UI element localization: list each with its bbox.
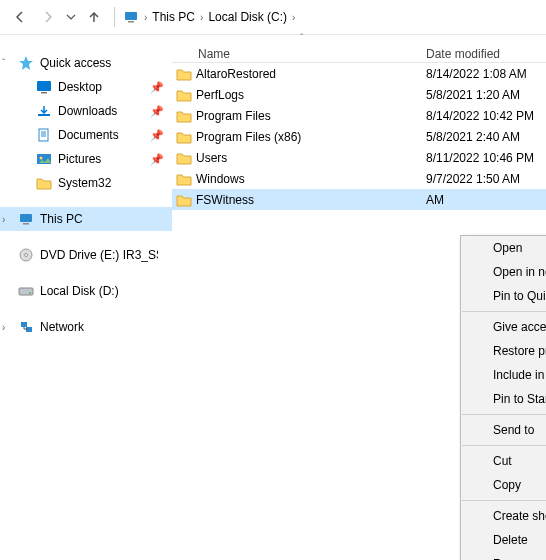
network-icon xyxy=(18,320,34,334)
address-bar: › This PC › Local Disk (C:) › xyxy=(0,0,546,34)
menu-label: Cut xyxy=(493,454,512,468)
menu-label: Send to xyxy=(493,423,534,437)
label: Local Disk (D:) xyxy=(40,284,119,298)
sidebar-dvd-drive[interactable]: DVD Drive (E:) IR3_SSS xyxy=(0,243,172,267)
chevron-icon: › xyxy=(289,12,298,23)
svg-marker-2 xyxy=(19,56,33,70)
sidebar-local-disk[interactable]: Local Disk (D:) xyxy=(0,279,172,303)
svg-rect-6 xyxy=(39,129,48,141)
context-menu: OpenOpen in new windowPin to Quick acces… xyxy=(460,235,546,560)
up-button[interactable] xyxy=(82,5,106,29)
menu-item[interactable]: Include in library› xyxy=(461,363,546,387)
back-button[interactable] xyxy=(8,5,32,29)
file-name: PerfLogs xyxy=(196,88,426,102)
sidebar-network[interactable]: › Network xyxy=(0,315,172,339)
sidebar-this-pc[interactable]: › This PC xyxy=(0,207,172,231)
expand-icon[interactable]: › xyxy=(2,214,5,225)
breadcrumb[interactable]: › This PC › Local Disk (C:) › xyxy=(123,9,298,25)
recent-button[interactable] xyxy=(64,5,78,29)
menu-label: Pin to Start xyxy=(493,392,546,406)
svg-point-12 xyxy=(25,254,28,257)
menu-item[interactable]: Restore previous versions xyxy=(461,339,546,363)
label: Desktop xyxy=(58,80,102,94)
sidebar-item-downloads[interactable]: Downloads 📌 xyxy=(0,99,172,123)
menu-label: Pin to Quick access xyxy=(493,289,546,303)
file-date: 9/7/2022 1:50 AM xyxy=(426,172,520,186)
menu-item[interactable]: Rename xyxy=(461,552,546,560)
expand-icon[interactable]: › xyxy=(2,322,5,333)
menu-item[interactable]: Copy xyxy=(461,473,546,497)
table-row[interactable]: PerfLogs5/8/2021 1:20 AM xyxy=(172,84,546,105)
folder-icon xyxy=(172,130,196,144)
file-date: 5/8/2021 2:40 AM xyxy=(426,130,520,144)
label: Quick access xyxy=(40,56,111,70)
table-row[interactable]: AltaroRestored8/14/2022 1:08 AM xyxy=(172,63,546,84)
menu-item[interactable]: Cut xyxy=(461,449,546,473)
chevron-icon: › xyxy=(197,12,206,23)
forward-button[interactable] xyxy=(36,5,60,29)
star-icon xyxy=(18,55,34,71)
folder-icon xyxy=(172,193,196,207)
file-list: ˆ Name Date modified AltaroRestored8/14/… xyxy=(172,35,546,560)
menu-item[interactable]: Pin to Start xyxy=(461,387,546,411)
svg-rect-15 xyxy=(21,322,27,327)
downloads-icon xyxy=(36,104,52,118)
menu-item[interactable]: Send to› xyxy=(461,418,546,442)
menu-item[interactable]: Open in new window xyxy=(461,260,546,284)
sidebar-item-pictures[interactable]: Pictures 📌 xyxy=(0,147,172,171)
table-row[interactable]: Program Files8/14/2022 10:42 PM xyxy=(172,105,546,126)
menu-item[interactable]: Pin to Quick access xyxy=(461,284,546,308)
pictures-icon xyxy=(36,152,52,166)
column-name[interactable]: Name xyxy=(172,47,426,61)
pin-icon: 📌 xyxy=(150,129,164,142)
table-row[interactable]: Users8/11/2022 10:46 PM xyxy=(172,147,546,168)
table-row[interactable]: FSWitnessAM xyxy=(172,189,546,210)
sidebar-item-documents[interactable]: Documents 📌 xyxy=(0,123,172,147)
menu-separator xyxy=(462,500,546,501)
table-row[interactable]: Program Files (x86)5/8/2021 2:40 AM xyxy=(172,126,546,147)
pin-icon: 📌 xyxy=(150,81,164,94)
sidebar-item-system32[interactable]: System32 xyxy=(0,171,172,195)
expand-icon[interactable]: ˇ xyxy=(2,58,5,69)
menu-item[interactable]: Create shortcut xyxy=(461,504,546,528)
menu-item[interactable]: Delete xyxy=(461,528,546,552)
drive-icon xyxy=(18,284,34,298)
svg-rect-9 xyxy=(20,214,32,222)
crumb-this-pc[interactable]: This PC xyxy=(152,10,195,24)
folder-icon xyxy=(172,67,196,81)
nav-pane: ˇ Quick access Desktop 📌 Downloads 📌 Doc… xyxy=(0,35,172,560)
pin-icon: 📌 xyxy=(150,153,164,166)
crumb-local-disk[interactable]: Local Disk (C:) xyxy=(208,10,287,24)
file-name: AltaroRestored xyxy=(196,67,426,81)
menu-item[interactable]: Give access to› xyxy=(461,315,546,339)
file-date: 8/11/2022 10:46 PM xyxy=(426,151,534,165)
desktop-icon xyxy=(36,80,52,94)
label: This PC xyxy=(40,212,83,226)
file-name: Program Files (x86) xyxy=(196,130,426,144)
separator xyxy=(114,7,115,27)
menu-label: Restore previous versions xyxy=(493,344,546,358)
sort-indicator-icon: ˆ xyxy=(300,33,303,44)
pin-icon: 📌 xyxy=(150,105,164,118)
svg-point-14 xyxy=(29,292,31,294)
sidebar-quick-access[interactable]: ˇ Quick access xyxy=(0,51,172,75)
file-date: 8/14/2022 10:42 PM xyxy=(426,109,534,123)
file-name: FSWitness xyxy=(196,193,426,207)
sidebar-item-desktop[interactable]: Desktop 📌 xyxy=(0,75,172,99)
pc-icon xyxy=(18,212,34,226)
svg-rect-10 xyxy=(23,223,29,225)
column-date[interactable]: Date modified xyxy=(426,47,500,61)
menu-label: Give access to xyxy=(493,320,546,334)
menu-item[interactable]: Open xyxy=(461,236,546,260)
table-row[interactable]: Windows9/7/2022 1:50 AM xyxy=(172,168,546,189)
file-name: Users xyxy=(196,151,426,165)
column-header[interactable]: ˆ Name Date modified xyxy=(172,35,546,63)
svg-rect-0 xyxy=(125,12,137,20)
folder-icon xyxy=(172,172,196,186)
folder-icon xyxy=(172,109,196,123)
chevron-icon: › xyxy=(141,12,150,23)
menu-label: Copy xyxy=(493,478,521,492)
folder-icon xyxy=(36,176,52,190)
documents-icon xyxy=(36,128,52,142)
label: Downloads xyxy=(58,104,117,118)
